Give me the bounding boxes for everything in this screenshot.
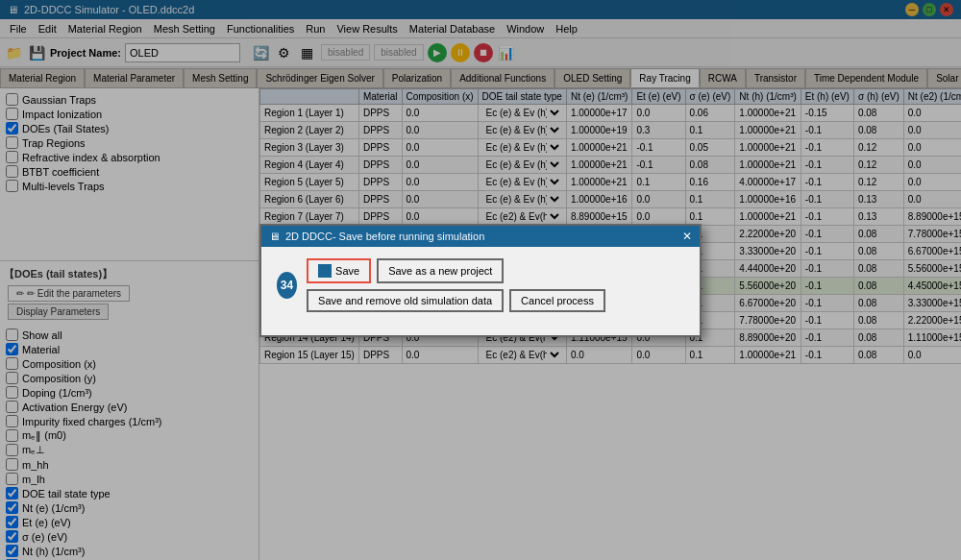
modal-save-as-button[interactable]: Save as a new project — [377, 258, 504, 283]
modal-title-bar: 🖥 2D DDCC- Save before running simulatio… — [261, 226, 700, 247]
modal-save-button[interactable]: Save — [307, 258, 371, 283]
modal-cancel-button[interactable]: Cancel process — [509, 289, 605, 312]
save-icon — [318, 264, 332, 278]
modal-overlay: 🖥 2D DDCC- Save before running simulatio… — [0, 0, 961, 560]
modal-close-button[interactable]: ✕ — [682, 230, 692, 243]
modal-title: 2D DDCC- Save before running simulation — [285, 231, 484, 242]
modal-save-remove-button[interactable]: Save and remove old simulation data — [307, 289, 504, 312]
modal-question-row: 34 Save Save as a new project Save and r… — [277, 258, 684, 312]
modal-app-icon: 🖥 — [269, 231, 280, 242]
badge-number: 34 — [277, 272, 297, 299]
save-dialog: 🖥 2D DDCC- Save before running simulatio… — [259, 224, 702, 337]
modal-body: 34 Save Save as a new project Save and r… — [261, 247, 700, 335]
modal-buttons: Save Save as a new project Save and remo… — [307, 258, 684, 312]
